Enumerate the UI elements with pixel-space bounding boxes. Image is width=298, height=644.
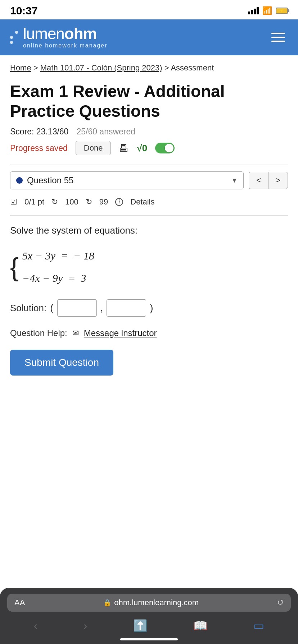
prev-question-button[interactable]: < <box>249 172 268 189</box>
done-button[interactable]: Done <box>76 141 111 155</box>
big-brace-icon: { <box>10 254 19 280</box>
breadcrumb-current: Assessment <box>171 63 214 72</box>
divider-top <box>10 165 288 165</box>
progress-saved-text: Progress saved <box>10 143 68 153</box>
url-bar: AA 🔒 ohm.lumenlearning.com ↺ <box>7 594 291 612</box>
browser-share-button[interactable]: ⬆️ <box>130 617 151 634</box>
logo-lumen: lumen <box>23 25 64 42</box>
browser-nav: ‹ › ⬆️ 📖 ▭ <box>7 617 291 635</box>
question-meta: ☑ 0/1 pt ↻ 100 ↻ 99 i Details <box>10 194 288 212</box>
app-header: lumenohm online homework manager <box>0 19 298 55</box>
browser-forward-button[interactable]: › <box>80 618 91 634</box>
logo-tagline: online homework manager <box>23 42 108 49</box>
aa-label[interactable]: AA <box>14 598 25 607</box>
url-text: ohm.lumenlearning.com <box>114 598 199 607</box>
score-label: Score: 23.13/60 <box>10 127 68 137</box>
status-time: 10:37 <box>10 5 38 17</box>
lock-icon: 🔒 <box>103 599 111 607</box>
solution-input-y[interactable] <box>107 299 146 317</box>
equation-line-2: −4x − 9y = 3 <box>22 268 94 288</box>
question-text: Solve the system of equations: <box>10 225 288 236</box>
submit-question-button[interactable]: Submit Question <box>10 350 113 376</box>
question-help-row: Question Help: ✉ Message instructor <box>10 328 288 338</box>
nav-buttons: < > <box>249 172 288 189</box>
logo-dots <box>10 31 18 44</box>
score-row: Score: 23.13/60 25/60 answered <box>10 127 288 137</box>
retries-value: 100 <box>65 197 78 207</box>
submission-icon: ↻ <box>86 197 92 207</box>
brace-wrap: { 5x − 3y = − 18 −4x − 9y = 3 <box>10 246 288 288</box>
page-title: Exam 1 Review - Additional Practice Ques… <box>10 82 288 121</box>
submissions-value: 99 <box>99 197 108 207</box>
logo-text: lumenohm online homework manager <box>23 26 108 49</box>
details-link[interactable]: Details <box>130 197 154 207</box>
solution-row: Solution: ( , ) <box>10 299 288 317</box>
status-bar: 10:37 📶 ⚡ <box>0 0 298 19</box>
message-instructor-link[interactable]: Message instructor <box>84 328 157 338</box>
question-dropdown[interactable]: Question 55 ▼ <box>10 171 244 189</box>
toggle-track[interactable] <box>155 143 175 153</box>
browser-bookmarks-button[interactable]: 📖 <box>190 617 211 634</box>
points-icon: ☑ <box>10 197 17 207</box>
battery-icon: ⚡ <box>276 8 288 14</box>
points-value: 0/1 pt <box>24 197 44 207</box>
breadcrumb-home[interactable]: Home <box>10 63 31 72</box>
hamburger-line-3 <box>271 41 285 42</box>
print-icon[interactable]: 🖶 <box>119 142 129 154</box>
question-label: Question 55 <box>27 175 227 185</box>
question-row: Question 55 ▼ < > <box>10 171 288 189</box>
chevron-down-icon: ▼ <box>231 177 238 184</box>
equation-line-1: 5x − 3y = − 18 <box>22 246 94 266</box>
info-icon[interactable]: i <box>115 198 123 206</box>
url-text-wrap: 🔒 ohm.lumenlearning.com <box>103 598 199 607</box>
breadcrumb-course[interactable]: Math 101.07 - Colón (Spring 2023) <box>40 63 162 72</box>
question-content: Solve the system of equations: { 5x − 3y… <box>10 219 288 399</box>
next-question-button[interactable]: > <box>268 172 288 189</box>
signal-icon <box>248 7 259 14</box>
breadcrumb-sep1: > <box>33 63 40 72</box>
logo-ohm: ohm <box>64 25 97 42</box>
equations-col: 5x − 3y = − 18 −4x − 9y = 3 <box>22 246 94 288</box>
question-help-label: Question Help: <box>10 328 67 338</box>
hamburger-line-1 <box>271 33 285 34</box>
close-paren: ) <box>150 302 153 314</box>
logo-name: lumenohm <box>23 26 108 42</box>
retry-icon: ↻ <box>51 197 58 207</box>
action-row: Progress saved Done 🖶 √0 <box>10 141 288 155</box>
logo-area: lumenohm online homework manager <box>10 26 108 49</box>
wifi-icon: 📶 <box>262 6 272 15</box>
sqrt-icon[interactable]: √0 <box>137 143 147 154</box>
browser-tabs-button[interactable]: ▭ <box>250 617 268 634</box>
hamburger-menu-button[interactable] <box>268 30 288 45</box>
mail-icon: ✉ <box>72 328 79 338</box>
open-paren: ( <box>50 302 53 314</box>
toggle-thumb <box>165 144 173 152</box>
equation-system: { 5x − 3y = − 18 −4x − 9y = 3 <box>10 246 288 288</box>
divider-mid <box>10 215 288 216</box>
status-icons: 📶 ⚡ <box>248 6 288 15</box>
solution-input-x[interactable] <box>57 299 97 317</box>
main-content: Exam 1 Review - Additional Practice Ques… <box>0 76 298 405</box>
solution-label: Solution: <box>10 303 46 314</box>
hamburger-line-2 <box>271 37 285 38</box>
home-indicator <box>120 638 178 640</box>
reload-icon[interactable]: ↺ <box>277 598 284 607</box>
browser-back-button[interactable]: ‹ <box>30 618 41 634</box>
question-dot <box>16 177 23 184</box>
breadcrumb: Home > Math 101.07 - Colón (Spring 2023)… <box>0 55 298 76</box>
browser-bar: AA 🔒 ohm.lumenlearning.com ↺ ‹ › ⬆️ 📖 ▭ <box>0 588 298 644</box>
breadcrumb-sep2: > <box>164 63 171 72</box>
answered-label: 25/60 answered <box>76 127 135 137</box>
comma-sep: , <box>100 302 103 314</box>
toggle-wrap[interactable] <box>155 143 175 153</box>
